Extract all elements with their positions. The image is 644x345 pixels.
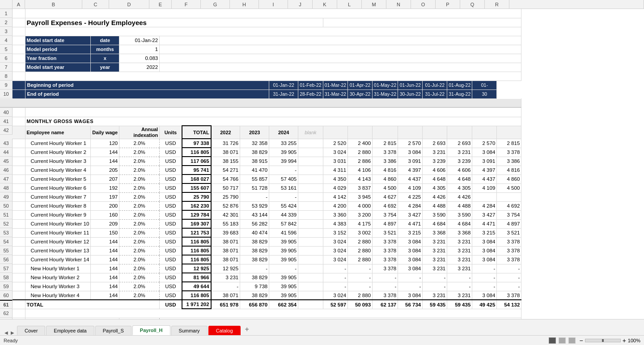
tab-catalog[interactable]: Catalog (208, 326, 241, 335)
zoom-out-icon[interactable]: − (579, 337, 583, 344)
row-58: 58 New Hourly Worker 2 144 2.0% USD 81 9… (0, 273, 521, 282)
emp-idx-nw4: 2.0% (119, 291, 160, 300)
emp-v8-2: 3 378 (497, 148, 521, 157)
emp-2022-6: 50 717 (211, 183, 240, 192)
emp-total-1: 97 338 (182, 139, 211, 148)
info-val-period: 1 (119, 45, 160, 54)
zoom-slider-track[interactable] (585, 339, 621, 342)
emp-v7-9: 3 427 (472, 210, 497, 219)
emp-v2-nw4: 2 880 (348, 291, 373, 300)
cell-A44 (13, 148, 25, 157)
emp-v8-10: 4 897 (497, 219, 521, 228)
col-hdr-blank: blank (298, 126, 323, 139)
tab-add-button[interactable]: + (242, 324, 253, 335)
emp-2022-nw4: 38 071 (211, 291, 240, 300)
emp-idx-12: 2.0% (119, 237, 160, 246)
emp-v4-13: 3 084 (398, 246, 423, 255)
emp-2024-3: 39 994 (269, 157, 298, 166)
emp-v1-nw1: - (323, 264, 347, 273)
emp-v7-12: 3 084 (472, 237, 497, 246)
emp-v5-6: 4 305 (423, 183, 447, 192)
col-hdr-employee: Employee name (25, 126, 91, 139)
info-val-startyear: 2022 (119, 63, 160, 72)
emp-idx-4: 2.0% (119, 166, 160, 175)
emp-v5-1: 2 693 (423, 139, 447, 148)
tab-summary[interactable]: Summary (171, 326, 208, 335)
row-61: 61 TOTAL USD 1 971 202 651 978 656 870 6… (0, 300, 521, 309)
period-end-apr22: 30-Apr-22 (348, 89, 373, 98)
emp-v6-6: 4 305 (447, 183, 472, 192)
emp-total-13: 116 805 (182, 246, 211, 255)
col-hdr-l (348, 126, 373, 139)
tab-payroll-s[interactable]: Payroll_S (95, 326, 131, 335)
emp-2022-nw3: - (211, 282, 240, 291)
emp-2022-1: 31 726 (211, 139, 240, 148)
column-headers: A B C D E F G H I J K L M N O P Q R (0, 0, 644, 9)
emp-idx-3: 2.0% (119, 157, 160, 166)
row-2: 2 Payroll Expenses - Hourly Employees (0, 18, 521, 27)
emp-v6-nw3: - (447, 282, 472, 291)
emp-v1-12: 3 024 (323, 237, 347, 246)
cell-rest-4 (160, 36, 521, 45)
rownum-5: 5 (0, 45, 13, 54)
emp-total-nw2: 81 966 (182, 273, 211, 282)
emp-v4-11: 3 215 (398, 228, 423, 237)
status-ready: Ready ​ (4, 338, 20, 343)
emp-v6-8: 4 488 (447, 201, 472, 210)
emp-2023-nw4: 38 829 (240, 291, 269, 300)
emp-2024-1: 33 255 (269, 139, 298, 148)
col-hdr-2022: 2022 (211, 126, 240, 139)
emp-name-14: Current Hourly Worker 14 (25, 255, 91, 264)
emp-v5-12: 3 231 (423, 237, 447, 246)
rownum-59: 59 (0, 282, 13, 291)
cell-A42 (13, 126, 25, 139)
emp-wage-nw1: 144 (91, 264, 119, 273)
tab-employee-data[interactable]: Employee data (46, 326, 94, 335)
emp-2023-10: 56 282 (240, 219, 269, 228)
zoom-in-icon[interactable]: + (623, 337, 626, 344)
emp-v4-10: 4 471 (398, 219, 423, 228)
info-type-period: months (91, 45, 119, 54)
row-57: 57 New Hourly Worker 1 144 2.0% USD 12 9… (0, 264, 521, 273)
emp-v1-2: 3 024 (323, 148, 347, 157)
emp-v7-3: 3 091 (472, 157, 497, 166)
info-type-startyear: year (91, 63, 119, 72)
tab-payroll-h[interactable]: Payroll_H (132, 325, 170, 335)
cell-rest-5 (160, 45, 521, 54)
col-header-P: P (436, 0, 460, 9)
emp-v4-5: 4 437 (398, 175, 423, 183)
grid-inner[interactable]: 1 2 Payroll Expenses - Hourly Employees (0, 9, 644, 319)
total-2024: 662 354 (269, 300, 298, 309)
emp-blank-nw1 (298, 264, 323, 273)
emp-v6-11: 3 368 (447, 228, 472, 237)
emp-v6-7: 4 426 (447, 192, 472, 201)
emp-v5-13: 3 231 (423, 246, 447, 255)
emp-v4-nw3: - (398, 282, 423, 291)
cell-A59 (13, 282, 25, 291)
tab-cover[interactable]: Cover (17, 326, 45, 335)
row-55: 55 Current Hourly Worker 13 144 2.0% USD… (0, 246, 521, 255)
wage-idx-month-val: 3 (119, 318, 160, 319)
emp-2023-nw1: - (240, 264, 269, 273)
cell-A60 (13, 291, 25, 300)
page-layout-icon[interactable] (559, 337, 566, 344)
emp-v2-11: 3 002 (348, 228, 373, 237)
emp-2022-nw2: 3 231 (211, 273, 240, 282)
tab-nav-left[interactable]: ◀ (4, 330, 9, 335)
emp-blank-1 (298, 139, 323, 148)
emp-idx-13: 2.0% (119, 246, 160, 255)
rownum-63: 63 (0, 318, 13, 319)
emp-v4-nw1: 3 084 (398, 264, 423, 273)
cell-A50 (13, 201, 25, 210)
normal-view-icon[interactable] (549, 337, 556, 344)
col-header-R: R (485, 0, 509, 9)
emp-v3-7: 4 627 (373, 192, 398, 201)
tab-nav-arrows[interactable]: ◀ ▶ (4, 330, 15, 335)
emp-total-6: 155 607 (182, 183, 211, 192)
tab-nav-right[interactable]: ▶ (10, 330, 15, 335)
emp-idx-10: 2.0% (119, 219, 160, 228)
emp-v5-2: 3 231 (423, 148, 447, 157)
page-break-icon[interactable] (568, 337, 576, 344)
period-begin-jan22: 01-Jan-22 (269, 81, 298, 89)
info-type-yearfrac: x (91, 54, 119, 63)
